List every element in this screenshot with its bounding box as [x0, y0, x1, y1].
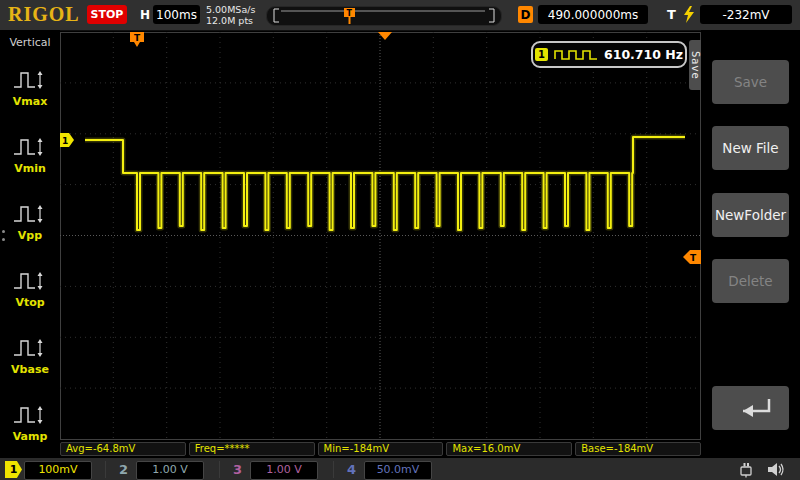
trigger-position-letter: T: [347, 9, 353, 18]
memory-depth: 12.0M pts: [206, 15, 255, 26]
window-bracket-left: [274, 9, 279, 22]
vbase-icon: [12, 336, 48, 360]
channel2-scale[interactable]: 1.00 V: [136, 461, 204, 480]
new-file-button[interactable]: New File: [712, 126, 789, 170]
vmax-icon: [12, 68, 48, 92]
square-wave-icon: [554, 49, 598, 61]
channel4-scale[interactable]: 50.0mV: [364, 461, 432, 480]
separator: [333, 461, 334, 478]
window-bracket-right: [489, 9, 494, 22]
horizontal-label: H: [140, 8, 150, 22]
menu-page-dots: [2, 230, 5, 241]
sidebar-item-vamp[interactable]: Vamp: [0, 389, 60, 456]
sidebar-item-vtop[interactable]: Vtop: [0, 255, 60, 322]
trigger-position-flag[interactable]: T: [130, 32, 144, 47]
separator: [105, 461, 106, 478]
sidebar-title: Vertical: [0, 36, 60, 49]
channel1-trace: [85, 137, 685, 230]
sidebar-item-vmax[interactable]: Vmax: [0, 54, 60, 121]
back-button[interactable]: [712, 386, 789, 430]
timebase-readout: 100ms: [153, 5, 200, 24]
channel2-badge[interactable]: 2: [119, 461, 128, 478]
svg-text:1: 1: [62, 136, 68, 146]
run-state-badge: STOP: [87, 5, 127, 24]
waveform-display: 1 T T 1 610.710 Hz: [60, 32, 701, 440]
measurement-base: Base=-184mV: [575, 442, 701, 456]
svg-text:T: T: [690, 253, 697, 263]
measure-sidebar: Vertical Vmax Vmin Vpp Vtop Vbase: [0, 30, 60, 457]
sidebar-item-label: Vpp: [18, 229, 42, 242]
vamp-icon: [12, 403, 48, 427]
channel1-trace-glow: [85, 137, 685, 230]
sidebar-item-label: Vmax: [13, 95, 48, 108]
channel3-badge[interactable]: 3: [233, 461, 242, 478]
oscilloscope-screen: RIGOL STOP H 100ms 5.00MSa/s 12.0M pts T…: [0, 0, 800, 480]
channel3-scale[interactable]: 1.00 V: [250, 461, 318, 480]
usb-icon: [737, 461, 755, 478]
new-folder-button[interactable]: NewFolder: [712, 193, 789, 237]
return-arrow-icon: [723, 393, 779, 423]
delete-button[interactable]: Delete: [712, 259, 789, 303]
separator: [219, 461, 220, 478]
measurement-min: Min=-184mV: [318, 442, 444, 456]
measurement-avg: Avg=-64.8mV: [60, 442, 186, 456]
memory-position-bar: T: [266, 6, 502, 26]
frequency-counter-channel: 1: [535, 48, 548, 61]
sidebar-item-vpp[interactable]: Vpp: [0, 188, 60, 255]
svg-text:T: T: [134, 33, 141, 43]
sidebar-item-vbase[interactable]: Vbase: [0, 322, 60, 389]
frequency-counter-value: 610.710 Hz: [604, 47, 683, 62]
measurement-max: Max=16.0mV: [446, 442, 572, 456]
vpp-icon: [12, 202, 48, 226]
trigger-level-marker[interactable]: T: [683, 250, 701, 264]
vmin-icon: [12, 135, 48, 159]
sidebar-item-label: Vtop: [15, 296, 44, 309]
delay-badge: D: [518, 6, 533, 23]
delay-readout: 490.000000ms: [538, 5, 648, 24]
speaker-icon: [766, 460, 786, 479]
channel4-badge[interactable]: 4: [347, 461, 356, 478]
sidebar-item-label: Vamp: [13, 430, 48, 443]
frequency-counter: 1 610.710 Hz: [531, 41, 687, 68]
measure-item-list: Vmax Vmin Vpp Vtop Vbase Vamp: [0, 54, 60, 456]
graticule-grid: [60, 32, 701, 440]
sample-rate: 5.00MSa/s: [206, 4, 255, 15]
measurement-freq: Freq=*****: [189, 442, 315, 456]
memory-waveform-icon: T: [267, 7, 501, 25]
trigger-label: T: [667, 7, 676, 22]
acquisition-readout: 5.00MSa/s 12.0M pts: [206, 4, 255, 26]
brand-logo: RIGOL: [8, 3, 80, 26]
trigger-type-icon: [681, 5, 697, 24]
softkey-menu: Save New File NewFolder Delete: [701, 30, 800, 457]
channel-status-bar: 1 100mV 2 1.00 V 3 1.00 V 4 50.0mV: [0, 457, 800, 480]
trigger-level-readout: -232mV: [700, 5, 792, 24]
vtop-icon: [12, 269, 48, 293]
top-status-bar: RIGOL STOP H 100ms 5.00MSa/s 12.0M pts T…: [0, 0, 800, 31]
channel1-level-marker[interactable]: 1: [60, 133, 74, 147]
measurement-results-bar: Avg=-64.8mV Freq=***** Min=-184mV Max=16…: [60, 442, 701, 456]
channel1-badge[interactable]: 1: [5, 461, 22, 478]
channel1-scale[interactable]: 100mV: [24, 461, 92, 480]
save-button[interactable]: Save: [712, 60, 789, 104]
waveform-plot: 1 T T: [60, 32, 701, 440]
sidebar-item-vmin[interactable]: Vmin: [0, 121, 60, 188]
sidebar-item-label: Vbase: [11, 363, 49, 376]
sidebar-item-label: Vmin: [14, 162, 46, 175]
